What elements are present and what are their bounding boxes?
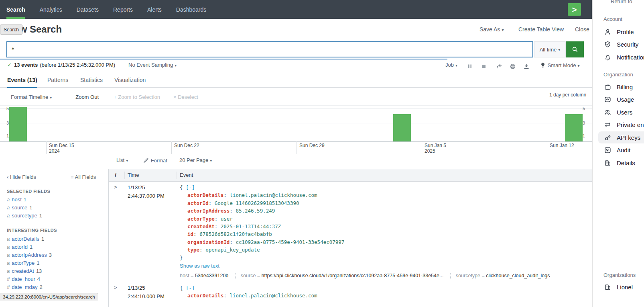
app-canvas: Search Analytics Datasets Reports Alerts: [0, 0, 644, 307]
pencil-icon: [143, 157, 149, 164]
export-button[interactable]: [523, 63, 530, 70]
time-range-picker[interactable]: All time▾: [534, 41, 566, 57]
stop-button[interactable]: [481, 63, 487, 70]
chart-top-border: [0, 105, 592, 106]
plus-icon: +: [114, 94, 117, 100]
json-pairs: actorDetails: lionel.palacin@clickhouse.…: [180, 292, 589, 299]
return-to-link[interactable]: Return to: [611, 0, 632, 4]
search-icon: [572, 46, 578, 53]
settings-menu-item[interactable]: Lionel: [598, 281, 644, 293]
field-item[interactable]: aactorIpAddress3: [7, 251, 103, 259]
timeline-bar[interactable]: [9, 107, 27, 141]
column-time[interactable]: Time: [128, 172, 139, 178]
settings-menu-item[interactable]: API keys: [598, 131, 644, 143]
settings-menu-item[interactable]: Users: [598, 106, 644, 118]
column-separator: [177, 172, 177, 179]
field-item[interactable]: #date_mday2: [7, 283, 103, 291]
column-event[interactable]: Event: [180, 172, 193, 178]
event-row: > 1/13/25 2:44:10.000 PM { [-] actorDeta…: [109, 282, 592, 307]
settings-menu-item[interactable]: Private endpoints: [598, 119, 644, 131]
settings-menu-item[interactable]: Profile: [598, 26, 644, 38]
search-input[interactable]: *: [6, 41, 533, 57]
top-nav: Search Analytics Datasets Reports Alerts: [0, 0, 592, 19]
settings-menu-item[interactable]: Audit: [598, 144, 644, 156]
tab-statistics[interactable]: Statistics: [80, 77, 103, 87]
meta-field[interactable]: host = 53de4339120b: [180, 273, 228, 278]
nav-item[interactable]: Search: [6, 0, 33, 19]
events-list: i Time Event > 1/13/25 2:44:37.000 PM { …: [109, 169, 592, 307]
job-menu[interactable]: Job▾: [445, 62, 457, 68]
nav-item[interactable]: Dashboards: [176, 0, 214, 19]
print-icon: [510, 63, 516, 70]
settings-menu-item[interactable]: Notifications: [598, 51, 644, 63]
search-button[interactable]: [566, 41, 584, 57]
settings-menu-item[interactable]: Billing: [598, 81, 644, 93]
y-axis-tick-label: 5: [583, 106, 589, 111]
hide-fields-button[interactable]: ‹ Hide Fields: [7, 174, 36, 180]
tab-visualization[interactable]: Visualization: [114, 77, 146, 87]
column-info[interactable]: i: [115, 172, 116, 178]
field-item[interactable]: asourcetype1: [7, 212, 103, 220]
timeline-chart: 531 531 Sun Dec 15 2024 Sun Dec 22 Sun D…: [0, 105, 592, 154]
chevron-left-icon: ‹: [7, 174, 8, 180]
field-item[interactable]: aactorType1: [7, 259, 103, 267]
timeline-bar[interactable]: [393, 114, 411, 141]
tab-patterns[interactable]: Patterns: [47, 77, 68, 87]
tab-events[interactable]: Events (13): [7, 77, 37, 88]
share-job-button[interactable]: [496, 63, 502, 70]
x-axis-line: [0, 141, 592, 142]
close-button[interactable]: Close: [575, 26, 589, 33]
share-icon: [496, 63, 502, 70]
x-axis-tick: Sun Dec 15 2024: [46, 141, 74, 154]
interesting-fields-list: aactorDetails1 aactorId1 aactorIpAddress…: [7, 235, 103, 299]
nav-item[interactable]: Alerts: [147, 0, 169, 19]
show-raw-text-link[interactable]: Show as raw text: [180, 263, 219, 269]
meta-field[interactable]: sourcetype = clickhouse_cloud_audit_logs: [450, 273, 550, 278]
expand-event-icon[interactable]: >: [114, 184, 117, 190]
y-axis-tick-label: 1: [2, 133, 9, 138]
field-item[interactable]: #date_hour4: [7, 275, 103, 283]
person-icon: [604, 29, 611, 35]
settings-menu-item[interactable]: Details: [598, 157, 644, 169]
x-axis-tick: Sun Dec 22: [171, 141, 199, 154]
per-page-menu[interactable]: 20 Per Page▾: [179, 157, 212, 163]
expand-event-icon[interactable]: >: [114, 284, 117, 291]
timeline-bar[interactable]: [565, 114, 583, 141]
field-item[interactable]: acreatedAt13: [7, 267, 103, 275]
nav-item[interactable]: Reports: [113, 0, 140, 19]
collapse-json-link[interactable]: [-]: [186, 285, 195, 291]
field-item[interactable]: ahost1: [7, 196, 103, 204]
event-time: 1/13/25 2:44:37.000 PM: [128, 184, 165, 200]
settings-menu-item[interactable]: Usage: [598, 94, 644, 106]
search-tooltip: Search: [0, 25, 22, 35]
column-separator: [124, 172, 125, 179]
field-item[interactable]: aactorId1: [7, 243, 103, 251]
selected-fields-list: ahost1 asource1 asourcetype1: [7, 196, 103, 220]
splunk-logo-icon[interactable]: >: [568, 3, 581, 16]
field-item[interactable]: aactorDetails1: [7, 235, 103, 243]
download-icon: [523, 63, 530, 70]
format-results-button[interactable]: Format: [143, 157, 167, 164]
caret-down-icon: ▾: [126, 158, 128, 163]
nav-item[interactable]: Datasets: [77, 0, 106, 19]
zoom-to-selection-button[interactable]: + Zoom to Selection: [114, 94, 160, 100]
event-sampling-menu[interactable]: No Event Sampling▾: [128, 62, 177, 68]
collapse-json-link[interactable]: [-]: [186, 184, 195, 190]
meta-field[interactable]: source = https://api.clickhouse.cloud/v1…: [235, 273, 444, 278]
format-timeline-menu[interactable]: Format Timeline▾: [11, 94, 52, 100]
settings-menu-item[interactable]: Security: [598, 39, 644, 51]
list-view-menu[interactable]: List▾: [116, 157, 128, 163]
result-tabs: Events (13) Patterns Statistics Visualiz…: [0, 75, 592, 88]
zoom-out-button[interactable]: − Zoom Out: [71, 94, 99, 100]
pause-button[interactable]: [467, 63, 473, 70]
deselect-button[interactable]: × Deselect: [173, 94, 198, 100]
search-mode-menu[interactable]: Smart Mode▾: [540, 62, 579, 68]
print-button[interactable]: [510, 63, 516, 70]
create-table-view-button[interactable]: Create Table View: [518, 26, 564, 33]
save-as-button[interactable]: Save As▾: [479, 26, 504, 33]
caret-down-icon: ▾: [502, 28, 504, 32]
top-nav-items: Search Analytics Datasets Reports Alerts: [0, 0, 221, 19]
all-fields-button[interactable]: ≡ All Fields: [71, 174, 96, 180]
nav-item[interactable]: Analytics: [40, 0, 69, 19]
field-item[interactable]: asource1: [7, 204, 103, 212]
